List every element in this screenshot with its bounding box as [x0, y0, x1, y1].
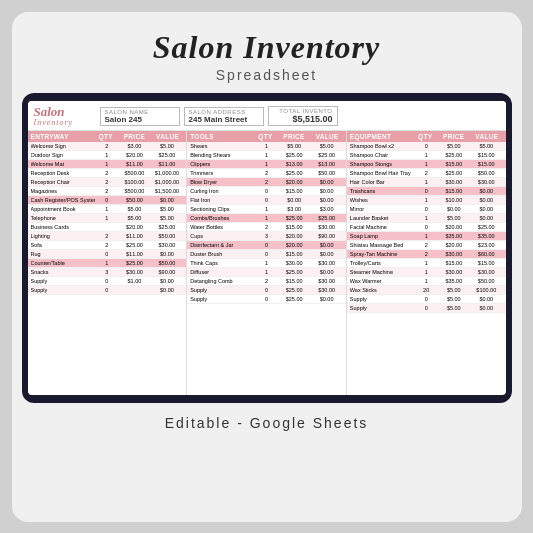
table-row: Trolley/Carts1$15.00$15.00 — [347, 259, 506, 268]
section-equipment: EQUIPMENTQTYPRICEVALUEShampoo Bowl x20$5… — [347, 131, 506, 395]
total-field: TOTAL INVENTO $5,515.00 — [268, 106, 338, 126]
table-row: Flat Iron0$0.00$0.00 — [187, 196, 346, 205]
salon-logo: Salon Inventory — [34, 105, 94, 128]
table-row: Cups3$20.00$90.00 — [187, 232, 346, 241]
section-entryway: ENTRYWAYQTYPRICEVALUEWelcome Sign2$3.00$… — [28, 131, 188, 395]
table-row: Supply0$5.00$0.00 — [347, 295, 506, 304]
footer-text: Editable - Google Sheets — [165, 415, 369, 431]
table-row: Supply0$0.00 — [28, 286, 187, 295]
table-row: Clippers1$13.00$13.00 — [187, 160, 346, 169]
sheet-body: ENTRYWAYQTYPRICEVALUEWelcome Sign2$3.00$… — [28, 131, 506, 395]
table-row: Shampoo Stongs1$15.00$15.00 — [347, 160, 506, 169]
table-row: Snacks3$30.00$90.00 — [28, 268, 187, 277]
table-row: Duster Brush0$15.00$0.00 — [187, 250, 346, 259]
table-row: Supply0$25.00$30.00 — [187, 286, 346, 295]
table-row: Blending Shears1$25.00$25.00 — [187, 151, 346, 160]
table-row: Spray-Tan Machine2$30.00$60.00 — [347, 250, 506, 259]
table-row: Blow Dryer2$20.00$0.00 — [187, 178, 346, 187]
table-row: Trimmers2$25.00$50.00 — [187, 169, 346, 178]
table-row: Telephone1$5.00$5.00 — [28, 214, 187, 223]
table-row: Business Cards$20.00$25.00 — [28, 223, 187, 232]
section-header-2: EQUIPMENTQTYPRICEVALUE — [347, 131, 506, 142]
table-row: Curling Iron0$15.00$0.00 — [187, 187, 346, 196]
section-header-0: ENTRYWAYQTYPRICEVALUE — [28, 131, 187, 142]
table-row: Detangling Comb2$15.00$30.00 — [187, 277, 346, 286]
section-header-1: TOOLSQTYPRICEVALUE — [187, 131, 346, 142]
title-section: Salon Inventory Spreadsheet — [153, 30, 380, 83]
table-row: Launder Basket1$5.00$0.00 — [347, 214, 506, 223]
table-row: Hair Color Bar1$30.00$30.00 — [347, 178, 506, 187]
device-frame: Salon Inventory SALON NAME Salon 245 SAL… — [22, 93, 512, 403]
table-row: Outdoor Sign1$20.00$25.00 — [28, 151, 187, 160]
table-row: Counter/Table1$25.00$50.00 — [28, 259, 187, 268]
salon-name-field: SALON NAME Salon 245 — [100, 107, 180, 126]
table-row: Mirror0$0.00$0.00 — [347, 205, 506, 214]
table-row: Shampoo Chair1$25.00$15.00 — [347, 151, 506, 160]
table-row: Cash Register/POS System0$50.00$0.00 — [28, 196, 187, 205]
table-row: Sofa2$25.00$30.00 — [28, 241, 187, 250]
section-tools: TOOLSQTYPRICEVALUEShears1$5.00$5.00Blend… — [187, 131, 347, 395]
spreadsheet: Salon Inventory SALON NAME Salon 245 SAL… — [28, 101, 506, 395]
table-row: Steamer Machine1$30.00$30.00 — [347, 268, 506, 277]
table-row: Supply0$1.00$0.00 — [28, 277, 187, 286]
table-row: Shears1$5.00$5.00 — [187, 142, 346, 151]
table-row: Supply0$25.00$0.00 — [187, 295, 346, 304]
table-row: Shiatsu Massage Bed2$20.00$23.00 — [347, 241, 506, 250]
table-row: Wax Sticks20$5.00$100.00 — [347, 286, 506, 295]
table-row: Sectioning Clips1$3.00$3.00 — [187, 205, 346, 214]
table-row: Supply0$5.00$0.00 — [347, 304, 506, 313]
table-row: Facial Machine0$20.00$25.00 — [347, 223, 506, 232]
table-row: Water Bottles2$15.00$30.00 — [187, 223, 346, 232]
table-row: Lighting2$11.00$50.00 — [28, 232, 187, 241]
header-fields: SALON NAME Salon 245 SALON ADDRESS 245 M… — [100, 106, 500, 126]
table-row: Reception Desk2$500.00$1,000.00 — [28, 169, 187, 178]
sheet-header: Salon Inventory SALON NAME Salon 245 SAL… — [28, 101, 506, 131]
main-title: Salon Inventory — [153, 30, 380, 65]
table-row: Rug0$11.00$0.00 — [28, 250, 187, 259]
sub-title: Spreadsheet — [153, 67, 380, 83]
table-row: Think Caps1$30.00$30.00 — [187, 259, 346, 268]
table-row: Disinfectant & Jar0$20.00$0.00 — [187, 241, 346, 250]
table-row: Wishes1$10.00$0.00 — [347, 196, 506, 205]
table-row: Wax Warmer1$35.00$50.00 — [347, 277, 506, 286]
outer-card: Salon Inventory Spreadsheet Salon Invent… — [12, 12, 522, 522]
table-row: Shampoo Bowl x20$5.00$5.00 — [347, 142, 506, 151]
table-row: Welcome Sign2$3.00$5.00 — [28, 142, 187, 151]
table-row: Appointment Book1$5.00$5.00 — [28, 205, 187, 214]
table-row: Shampoo Bnwl Hair Tray2$25.00$50.00 — [347, 169, 506, 178]
table-row: Soap Lamp1$35.00$35.00 — [347, 232, 506, 241]
table-row: Trashcans0$15.00$0.00 — [347, 187, 506, 196]
table-row: Magazines2$500.00$1,500.00 — [28, 187, 187, 196]
table-row: Reception Chair2$100.00$1,000.00 — [28, 178, 187, 187]
table-row: Diffuser1$25.00$0.00 — [187, 268, 346, 277]
table-row: Combs/Brushes1$25.00$25.00 — [187, 214, 346, 223]
salon-address-field: SALON ADDRESS 245 Main Street — [184, 107, 264, 126]
table-row: Welcome Mat1$11.00$11.00 — [28, 160, 187, 169]
